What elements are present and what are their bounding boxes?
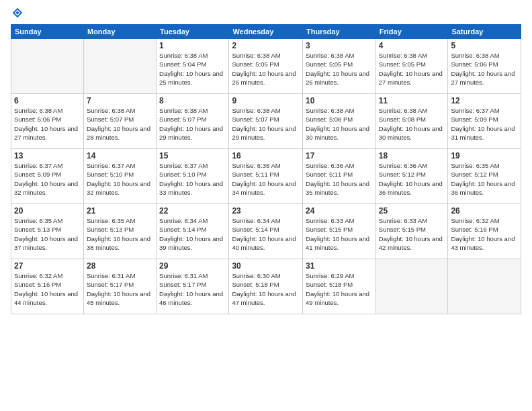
day-number: 6 xyxy=(14,96,81,105)
day-info: Sunrise: 6:35 AM Sunset: 5:13 PM Dayligh… xyxy=(14,216,81,252)
calendar-cell: 5Sunrise: 6:38 AM Sunset: 5:06 PM Daylig… xyxy=(448,39,521,94)
page: SundayMondayTuesdayWednesdayThursdayFrid… xyxy=(0,0,532,321)
day-info: Sunrise: 6:38 AM Sunset: 5:06 PM Dayligh… xyxy=(14,106,81,142)
day-number: 7 xyxy=(87,96,153,105)
calendar-cell: 26Sunrise: 6:32 AM Sunset: 5:16 PM Dayli… xyxy=(448,204,521,259)
day-number: 19 xyxy=(451,151,518,161)
calendar-cell: 15Sunrise: 6:37 AM Sunset: 5:10 PM Dayli… xyxy=(157,149,229,204)
calendar-cell xyxy=(83,39,156,94)
calendar-cell: 8Sunrise: 6:38 AM Sunset: 5:07 PM Daylig… xyxy=(157,94,229,149)
day-info: Sunrise: 6:36 AM Sunset: 5:11 PM Dayligh… xyxy=(306,161,373,197)
calendar-cell: 6Sunrise: 6:38 AM Sunset: 5:06 PM Daylig… xyxy=(11,94,84,149)
calendar-cell: 18Sunrise: 6:36 AM Sunset: 5:12 PM Dayli… xyxy=(375,149,448,204)
day-info: Sunrise: 6:37 AM Sunset: 5:10 PM Dayligh… xyxy=(159,161,226,197)
header xyxy=(11,7,521,21)
day-number: 13 xyxy=(14,151,81,161)
day-number: 21 xyxy=(87,206,153,216)
day-number: 28 xyxy=(87,261,153,271)
calendar-day-header: Tuesday xyxy=(157,25,229,39)
day-info: Sunrise: 6:38 AM Sunset: 5:07 PM Dayligh… xyxy=(232,106,300,142)
day-number: 26 xyxy=(451,206,518,216)
day-number: 17 xyxy=(306,151,373,161)
day-number: 10 xyxy=(306,96,373,105)
calendar: SundayMondayTuesdayWednesdayThursdayFrid… xyxy=(11,24,521,314)
calendar-cell: 7Sunrise: 6:38 AM Sunset: 5:07 PM Daylig… xyxy=(83,94,156,149)
calendar-cell: 2Sunrise: 6:38 AM Sunset: 5:05 PM Daylig… xyxy=(229,39,303,94)
day-info: Sunrise: 6:32 AM Sunset: 5:16 PM Dayligh… xyxy=(451,216,518,252)
day-info: Sunrise: 6:35 AM Sunset: 5:13 PM Dayligh… xyxy=(87,216,153,252)
day-info: Sunrise: 6:29 AM Sunset: 5:18 PM Dayligh… xyxy=(306,271,373,307)
day-number: 5 xyxy=(451,41,518,50)
calendar-cell: 20Sunrise: 6:35 AM Sunset: 5:13 PM Dayli… xyxy=(11,204,84,259)
day-info: Sunrise: 6:33 AM Sunset: 5:15 PM Dayligh… xyxy=(306,216,373,252)
day-number: 23 xyxy=(232,206,300,216)
day-number: 12 xyxy=(451,96,518,105)
day-number: 22 xyxy=(159,206,226,216)
day-number: 15 xyxy=(159,151,226,161)
day-info: Sunrise: 6:38 AM Sunset: 5:07 PM Dayligh… xyxy=(159,106,226,142)
day-number: 24 xyxy=(306,206,373,216)
day-info: Sunrise: 6:38 AM Sunset: 5:06 PM Dayligh… xyxy=(451,51,518,87)
day-info: Sunrise: 6:32 AM Sunset: 5:16 PM Dayligh… xyxy=(14,271,81,307)
calendar-cell: 27Sunrise: 6:32 AM Sunset: 5:16 PM Dayli… xyxy=(11,259,84,314)
calendar-cell: 28Sunrise: 6:31 AM Sunset: 5:17 PM Dayli… xyxy=(83,259,156,314)
day-number: 4 xyxy=(379,41,445,50)
calendar-day-header: Thursday xyxy=(303,25,376,39)
day-number: 14 xyxy=(87,151,153,161)
day-info: Sunrise: 6:37 AM Sunset: 5:09 PM Dayligh… xyxy=(451,106,518,142)
day-number: 16 xyxy=(232,151,300,161)
calendar-cell xyxy=(375,259,448,314)
calendar-cell: 25Sunrise: 6:33 AM Sunset: 5:15 PM Dayli… xyxy=(375,204,448,259)
logo-icon xyxy=(11,7,24,19)
day-number: 8 xyxy=(159,96,226,105)
day-number: 1 xyxy=(159,41,226,50)
calendar-cell: 3Sunrise: 6:38 AM Sunset: 5:05 PM Daylig… xyxy=(303,39,376,94)
calendar-week-row: 6Sunrise: 6:38 AM Sunset: 5:06 PM Daylig… xyxy=(11,94,521,149)
day-info: Sunrise: 6:38 AM Sunset: 5:08 PM Dayligh… xyxy=(306,106,373,142)
calendar-cell: 16Sunrise: 6:36 AM Sunset: 5:11 PM Dayli… xyxy=(229,149,303,204)
calendar-week-row: 20Sunrise: 6:35 AM Sunset: 5:13 PM Dayli… xyxy=(11,204,521,259)
day-info: Sunrise: 6:38 AM Sunset: 5:04 PM Dayligh… xyxy=(159,51,226,87)
calendar-cell: 17Sunrise: 6:36 AM Sunset: 5:11 PM Dayli… xyxy=(303,149,376,204)
day-info: Sunrise: 6:37 AM Sunset: 5:10 PM Dayligh… xyxy=(87,161,153,197)
calendar-day-header: Saturday xyxy=(448,25,521,39)
day-number: 11 xyxy=(379,96,445,105)
day-number: 2 xyxy=(232,41,300,50)
calendar-cell: 10Sunrise: 6:38 AM Sunset: 5:08 PM Dayli… xyxy=(303,94,376,149)
calendar-cell: 9Sunrise: 6:38 AM Sunset: 5:07 PM Daylig… xyxy=(229,94,303,149)
calendar-cell: 22Sunrise: 6:34 AM Sunset: 5:14 PM Dayli… xyxy=(157,204,229,259)
day-info: Sunrise: 6:34 AM Sunset: 5:14 PM Dayligh… xyxy=(232,216,300,252)
day-info: Sunrise: 6:31 AM Sunset: 5:17 PM Dayligh… xyxy=(159,271,226,307)
day-info: Sunrise: 6:38 AM Sunset: 5:05 PM Dayligh… xyxy=(306,51,373,87)
calendar-cell xyxy=(11,39,84,94)
day-info: Sunrise: 6:38 AM Sunset: 5:08 PM Dayligh… xyxy=(379,106,445,142)
calendar-cell: 1Sunrise: 6:38 AM Sunset: 5:04 PM Daylig… xyxy=(157,39,229,94)
day-number: 3 xyxy=(306,41,373,50)
day-number: 30 xyxy=(232,261,300,271)
calendar-cell: 12Sunrise: 6:37 AM Sunset: 5:09 PM Dayli… xyxy=(448,94,521,149)
day-info: Sunrise: 6:38 AM Sunset: 5:05 PM Dayligh… xyxy=(232,51,300,87)
logo xyxy=(11,7,24,21)
day-number: 18 xyxy=(379,151,445,161)
day-info: Sunrise: 6:38 AM Sunset: 5:05 PM Dayligh… xyxy=(379,51,445,87)
day-info: Sunrise: 6:33 AM Sunset: 5:15 PM Dayligh… xyxy=(379,216,445,252)
calendar-day-header: Monday xyxy=(83,25,156,39)
day-info: Sunrise: 6:30 AM Sunset: 5:18 PM Dayligh… xyxy=(232,271,300,307)
calendar-cell: 24Sunrise: 6:33 AM Sunset: 5:15 PM Dayli… xyxy=(303,204,376,259)
calendar-cell xyxy=(448,259,521,314)
calendar-week-row: 13Sunrise: 6:37 AM Sunset: 5:09 PM Dayli… xyxy=(11,149,521,204)
day-number: 25 xyxy=(379,206,445,216)
day-number: 29 xyxy=(159,261,226,271)
calendar-week-row: 27Sunrise: 6:32 AM Sunset: 5:16 PM Dayli… xyxy=(11,259,521,314)
day-info: Sunrise: 6:35 AM Sunset: 5:12 PM Dayligh… xyxy=(451,161,518,197)
calendar-cell: 13Sunrise: 6:37 AM Sunset: 5:09 PM Dayli… xyxy=(11,149,84,204)
calendar-day-header: Friday xyxy=(375,25,448,39)
calendar-cell: 4Sunrise: 6:38 AM Sunset: 5:05 PM Daylig… xyxy=(375,39,448,94)
day-number: 27 xyxy=(14,261,81,271)
calendar-header-row: SundayMondayTuesdayWednesdayThursdayFrid… xyxy=(11,25,521,39)
day-number: 31 xyxy=(306,261,373,271)
calendar-cell: 14Sunrise: 6:37 AM Sunset: 5:10 PM Dayli… xyxy=(83,149,156,204)
calendar-cell: 23Sunrise: 6:34 AM Sunset: 5:14 PM Dayli… xyxy=(229,204,303,259)
calendar-day-header: Wednesday xyxy=(229,25,303,39)
day-number: 20 xyxy=(14,206,81,216)
